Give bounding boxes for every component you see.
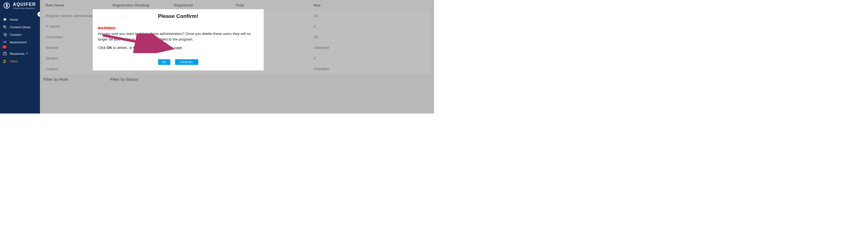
modal-body: WARNING: Are you sure you want to delete… — [98, 25, 258, 51]
brand-tagline: Powered by Aqueduct — [13, 7, 36, 9]
sidebar-item-label: Assessment — [10, 40, 27, 44]
cancel-button[interactable]: CANCEL — [175, 59, 198, 65]
sidebar-item-label: Resources — [10, 52, 25, 55]
sidebar-item-label: Courses — [10, 33, 21, 36]
warning-label: WARNING — [98, 26, 115, 30]
modal-button-row: OK CANCEL — [98, 59, 258, 65]
svg-line-6 — [5, 41, 6, 43]
brand-block: AQUIFER Powered by Aqueduct — [0, 2, 40, 12]
svg-point-5 — [6, 34, 7, 35]
sidebar-item-content-library[interactable]: Content Library — [0, 23, 40, 31]
home-icon — [3, 17, 7, 22]
confirm-modal: Please Confirm! WARNING: Are you sure yo… — [93, 9, 264, 70]
ok-button[interactable]: OK — [158, 59, 170, 65]
modal-message-1: Are you sure you want to delete these ad… — [98, 32, 251, 41]
chevron-down-icon — [26, 52, 29, 55]
sidebar: AQUIFER Powered by Aqueduct Home Content… — [0, 0, 40, 113]
sidebar-nav: Home Content Library Courses Assessment … — [0, 16, 40, 65]
brand-name: AQUIFER — [13, 2, 36, 7]
sidebar-item-courses[interactable]: Courses — [0, 31, 40, 38]
sidebar-item-home[interactable]: Home — [0, 16, 40, 23]
svg-point-8 — [4, 60, 5, 61]
sidebar-item-resources[interactable]: Resources — [0, 50, 40, 57]
gauge-icon — [3, 40, 7, 44]
sidebar-item-label: Content Library — [10, 25, 31, 29]
sidebar-item-assessment[interactable]: Assessment 1 — [0, 38, 40, 46]
stethoscope-icon — [3, 32, 7, 37]
svg-rect-7 — [3, 53, 6, 55]
aquifer-logo-icon — [3, 2, 10, 9]
svg-line-2 — [5, 27, 6, 29]
search-plus-icon — [3, 25, 7, 29]
sidebar-item-label: Home — [10, 18, 18, 21]
sidebar-item-users[interactable]: Users — [0, 57, 40, 65]
assessment-badge: 1 — [2, 45, 7, 49]
sidebar-item-label: Users — [10, 60, 18, 63]
modal-title: Please Confirm! — [98, 13, 258, 19]
user-plus-icon — [3, 59, 7, 63]
briefcase-icon — [3, 52, 7, 56]
